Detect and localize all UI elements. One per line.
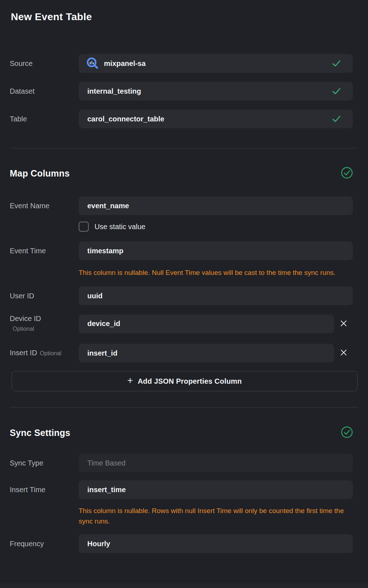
device-id-value: device_id — [87, 320, 120, 328]
table-row: Table carol_connector_table — [10, 110, 353, 128]
insert-id-clear-button[interactable] — [334, 344, 353, 362]
insert-id-value: insert_id — [87, 349, 117, 357]
close-icon — [340, 320, 347, 328]
source-select[interactable]: mixpanel-sa — [79, 54, 353, 73]
add-json-properties-column-label: Add JSON Properties Column — [138, 377, 242, 386]
use-static-value-row: Use static value — [79, 222, 358, 232]
map-columns-title: Map Columns — [10, 168, 70, 179]
insert-time-row: Insert Time insert_time — [10, 480, 353, 499]
device-id-optional-tag: Optional — [10, 325, 79, 333]
bottom-edge-bar — [0, 583, 368, 588]
event-name-value: event_name — [87, 202, 129, 210]
frequency-row: Frequency Hourly — [10, 534, 353, 553]
new-event-table-form: New Event Table Source mixpanel-sa — [0, 0, 368, 553]
section-divider — [10, 407, 358, 407]
device-id-clear-button[interactable] — [334, 315, 353, 333]
event-time-nullable-warning: This column is nullable. Null Event Time… — [79, 267, 344, 278]
sync-type-label: Sync Type — [10, 459, 79, 467]
device-id-select[interactable]: device_id — [79, 315, 334, 333]
sync-type-row: Sync Type Time Based — [10, 454, 353, 472]
connection-section: Source mixpanel-sa Dataset — [10, 54, 358, 128]
user-id-select[interactable]: uuid — [79, 286, 353, 305]
frequency-select[interactable]: Hourly — [79, 534, 353, 553]
insert-id-select[interactable]: insert_id — [79, 344, 334, 362]
user-id-label: User ID — [10, 291, 79, 300]
dataset-row: Dataset internal_testing — [10, 82, 353, 101]
event-time-select[interactable]: timestamp — [79, 241, 353, 260]
user-id-row: User ID uuid — [10, 286, 353, 305]
map-columns-header: Map Columns — [10, 167, 353, 179]
event-time-value: timestamp — [87, 247, 123, 255]
table-value: carol_connector_table — [87, 115, 164, 123]
plus-icon: + — [127, 376, 133, 386]
event-name-select[interactable]: event_name — [79, 196, 353, 215]
table-label: Table — [10, 115, 79, 123]
insert-time-value: insert_time — [87, 486, 126, 494]
use-static-value-label: Use static value — [95, 223, 145, 231]
device-id-row: Device ID Optional device_id — [10, 314, 353, 333]
sync-type-select: Time Based — [79, 454, 353, 472]
green-circle-check-icon — [341, 426, 353, 440]
sync-type-value: Time Based — [87, 459, 126, 467]
use-static-value-checkbox[interactable] — [79, 222, 89, 232]
table-select[interactable]: carol_connector_table — [79, 110, 353, 128]
dataset-label: Dataset — [10, 87, 79, 95]
event-name-label: Event Name — [10, 201, 79, 210]
dataset-select[interactable]: internal_testing — [79, 82, 353, 101]
bigquery-logo-icon — [86, 57, 100, 70]
user-id-value: uuid — [87, 292, 102, 300]
dataset-value: internal_testing — [87, 87, 141, 95]
source-value: mixpanel-sa — [104, 59, 146, 68]
insert-id-label: Insert IDOptional — [10, 348, 79, 358]
sync-settings-header: Sync Settings — [10, 427, 353, 439]
close-icon — [340, 349, 347, 357]
green-circle-check-icon — [341, 167, 353, 180]
insert-id-optional-tag: Optional — [40, 350, 62, 356]
map-columns-section: Map Columns Event Name event_name Use st… — [10, 167, 358, 391]
insert-time-nullable-warning: This column is nullable. Rows with null … — [79, 505, 344, 526]
sync-settings-section: Sync Settings Sync Type Time Based Inser… — [10, 427, 358, 553]
insert-time-select[interactable]: insert_time — [79, 480, 353, 499]
device-id-label: Device ID Optional — [10, 314, 79, 333]
insert-time-label: Insert Time — [10, 485, 79, 494]
insert-id-row: Insert IDOptional insert_id — [10, 344, 353, 362]
source-row: Source mixpanel-sa — [10, 54, 353, 73]
source-valid-check-icon — [332, 60, 341, 67]
table-valid-check-icon — [332, 116, 341, 122]
event-time-row: Event Time timestamp — [10, 241, 353, 260]
sync-settings-title: Sync Settings — [10, 428, 70, 438]
page-title: New Event Table — [11, 11, 358, 23]
frequency-value: Hourly — [87, 540, 110, 548]
source-label: Source — [10, 59, 79, 68]
frequency-label: Frequency — [10, 539, 79, 548]
event-time-label: Event Time — [10, 246, 79, 255]
dataset-valid-check-icon — [332, 88, 341, 95]
event-name-row: Event Name event_name — [10, 196, 353, 215]
section-divider — [10, 148, 358, 148]
add-json-properties-column-button[interactable]: + Add JSON Properties Column — [12, 371, 358, 391]
